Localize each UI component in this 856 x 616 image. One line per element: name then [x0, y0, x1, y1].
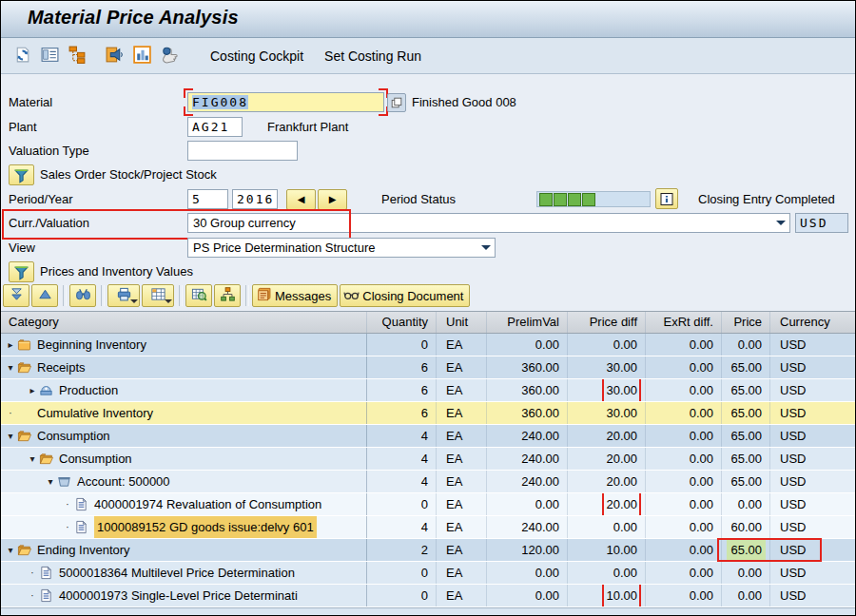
price-cell: 0.00 — [722, 562, 770, 584]
unit-value: EA — [446, 337, 462, 352]
table-row[interactable]: ▾Consumption4EA240.0020.000.0065.00USD — [1, 425, 855, 448]
quantity-cell: 0 — [367, 585, 437, 606]
costing-cockpit-button[interactable]: Costing Cockpit — [206, 47, 307, 66]
category-cell: ▸Beginning Inventory — [1, 334, 367, 356]
expand-all-button[interactable] — [3, 284, 29, 307]
currency-value: USD — [780, 360, 806, 375]
material-field[interactable]: FIG008 — [187, 92, 384, 112]
display-table-button[interactable] — [185, 284, 212, 307]
quantity-cell: 6 — [367, 402, 437, 424]
prelim-val-value: 360.00 — [521, 360, 559, 375]
price-cell: 65.00 — [722, 379, 770, 401]
refresh-button[interactable] — [10, 43, 35, 68]
sales-order-filter-button[interactable] — [9, 164, 34, 185]
messages-scroll-icon — [256, 286, 272, 305]
collapse-node-icon[interactable]: ▾ — [27, 448, 38, 470]
bar-chart-button[interactable] — [129, 43, 155, 68]
camera-hand-button[interactable] — [157, 43, 183, 68]
refresh-icon — [12, 45, 32, 67]
period-status-info-button[interactable] — [655, 188, 678, 209]
column-header-currency[interactable]: Currency — [770, 312, 855, 333]
column-header-quantity[interactable]: Quantity — [367, 312, 437, 333]
table-row[interactable]: ·Cumulative Inventory6EA360.0030.000.006… — [1, 402, 855, 425]
expand-node-icon[interactable]: ▸ — [27, 379, 38, 401]
column-header-prelimval[interactable]: PrelimVal — [487, 312, 568, 333]
table-row[interactable]: ▾Account: 5000004EA240.0020.000.0065.00U… — [1, 471, 855, 493]
category-label: Beginning Inventory — [37, 334, 146, 356]
price-cell: 65.00 — [722, 402, 770, 424]
folder-open-icon — [17, 360, 33, 375]
currency-value: USD — [780, 337, 806, 352]
layout-button[interactable] — [142, 284, 174, 307]
currency-cell: USD — [770, 562, 855, 584]
table-row[interactable]: ▾Ending Inventory2EA120.0010.000.0065.00… — [1, 539, 855, 562]
year-field[interactable]: 2016 — [232, 189, 278, 209]
unit-cell: EA — [437, 448, 487, 470]
currency-valuation-combo[interactable]: 30 Group currency — [187, 213, 790, 233]
column-header-price-diff[interactable]: Price diff — [568, 312, 646, 333]
collapse-node-icon[interactable]: ▾ — [5, 539, 16, 561]
table-row[interactable]: ·5000018364 Multilevel Price Determinati… — [1, 562, 855, 585]
table-row[interactable]: ▸Production6EA360.0030.000.0065.00USD — [1, 379, 855, 402]
unit-cell: EA — [437, 425, 487, 447]
category-cell: ▾Consumption — [1, 425, 367, 447]
collapse-node-icon[interactable]: ▾ — [5, 356, 16, 378]
price-cell: 0.00 — [722, 585, 770, 606]
expand-node-icon[interactable]: ▸ — [5, 334, 16, 356]
quantity-value: 4 — [421, 474, 428, 489]
set-costing-run-button[interactable]: Set Costing Run — [321, 47, 425, 66]
category-label: Consumption — [37, 425, 110, 447]
hierarchy-button[interactable] — [65, 43, 90, 68]
chevron-down-icon — [481, 245, 491, 255]
leaf-dot-icon: · — [27, 585, 38, 606]
table-row[interactable]: ▸Beginning Inventory0EA0.000.000.000.00U… — [1, 334, 855, 356]
table-row[interactable]: ·1000089152 GD goods issue:delvy 6014EA2… — [1, 516, 855, 539]
quantity-cell: 2 — [367, 539, 437, 561]
megaphone-button[interactable] — [102, 43, 127, 68]
prelim-val-value: 0.00 — [535, 588, 559, 603]
column-header-unit[interactable]: Unit — [437, 312, 487, 333]
unit-value: EA — [446, 497, 462, 511]
price-value: 65.00 — [730, 406, 762, 420]
print-button[interactable] — [107, 284, 140, 307]
previous-period-button[interactable]: ◀ — [286, 189, 316, 210]
category-cell: ▾Account: 500000 — [1, 471, 367, 492]
table-row[interactable]: ▾Receipts6EA360.0030.000.0065.00USD — [1, 356, 855, 379]
prices-inventory-label: Prices and Inventory Values — [40, 261, 193, 281]
exrt-diff-value: 0.00 — [690, 383, 713, 397]
exrt-diff-cell: 0.00 — [646, 585, 722, 606]
column-header-category[interactable]: Category — [1, 312, 367, 333]
currency-cell: USD — [770, 585, 855, 606]
closing-document-button[interactable]: Closing Document — [340, 284, 470, 307]
menu-arrow-icon — [165, 299, 172, 307]
period-field[interactable]: 5 — [187, 189, 228, 209]
valuation-type-field[interactable] — [187, 141, 298, 161]
hierarchy-graphic-button[interactable] — [214, 284, 241, 307]
toolbar-separator — [245, 285, 249, 306]
column-header-price[interactable]: Price — [722, 312, 770, 333]
multiple-selection-button[interactable] — [387, 93, 406, 112]
prelim-val-value: 240.00 — [521, 429, 559, 443]
titlebar: Material Price Analysis — [1, 1, 855, 38]
currency-value: USD — [780, 383, 806, 397]
price-diff-value: 20.00 — [606, 493, 637, 515]
column-header-exrt-diff-[interactable]: ExRt diff. — [646, 312, 722, 333]
prices-filter-button[interactable] — [9, 261, 34, 282]
view-combo[interactable]: PS Price Determination Structure — [187, 238, 496, 258]
camera-hand-icon — [160, 45, 180, 67]
display-details-button[interactable] — [37, 43, 63, 68]
currency-cell: USD — [770, 539, 855, 561]
plant-field[interactable]: AG21 — [187, 117, 243, 137]
next-period-button[interactable]: ▶ — [318, 189, 347, 210]
collapse-all-button[interactable] — [31, 284, 58, 307]
collapse-node-icon[interactable]: ▾ — [45, 471, 56, 492]
table-row[interactable]: ▾Consumption4EA240.0020.000.0065.00USD — [1, 448, 855, 471]
quantity-value: 6 — [421, 360, 428, 375]
collapse-node-icon[interactable]: ▾ — [5, 425, 16, 447]
find-button[interactable] — [69, 284, 96, 307]
table-row[interactable]: ·4000001973 Single-Level Price Determina… — [1, 585, 855, 607]
table-row[interactable]: ·4000001974 Revaluation of Consumption0E… — [1, 493, 855, 516]
closing-document-button-label: Closing Document — [362, 289, 463, 303]
messages-button[interactable]: Messages — [252, 284, 338, 307]
quantity-value: 4 — [421, 520, 428, 534]
